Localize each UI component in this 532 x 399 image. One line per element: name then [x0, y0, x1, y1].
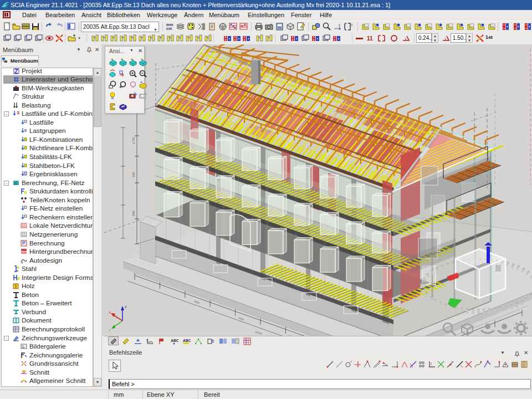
svg-text:3080: 3080 [132, 171, 135, 177]
svg-text:ABC: ABC [183, 339, 191, 342]
svg-text:Y: Y [109, 329, 111, 332]
svg-text:mm: mm [166, 23, 173, 27]
svg-text:17750: 17750 [132, 137, 135, 144]
svg-text:Z: Z [125, 305, 127, 309]
svg-text:o: o [150, 35, 152, 39]
svg-text:o: o [141, 35, 143, 39]
svg-text:o: o [103, 35, 105, 39]
svg-text:2980: 2980 [132, 210, 135, 216]
svg-text:o: o [207, 35, 209, 39]
svg-text:o: o [122, 35, 124, 39]
svg-text:o: o [112, 35, 115, 39]
svg-text:o: o [169, 35, 171, 39]
svg-text:o: o [258, 35, 260, 39]
svg-text:?: ? [350, 23, 352, 28]
svg-text:t: t [431, 362, 432, 366]
svg-text:o: o [268, 35, 270, 39]
svg-text:o: o [197, 35, 200, 39]
svg-text:o: o [178, 35, 181, 39]
svg-text:cm: cm [166, 27, 172, 30]
svg-text:11: 11 [367, 35, 373, 42]
svg-text:o: o [160, 35, 162, 39]
svg-text:X: X [109, 311, 111, 314]
svg-text:ABC: ABC [171, 339, 178, 342]
svg-text:o: o [94, 35, 96, 39]
svg-text:o: o [131, 35, 134, 39]
svg-text:o: o [188, 35, 190, 39]
